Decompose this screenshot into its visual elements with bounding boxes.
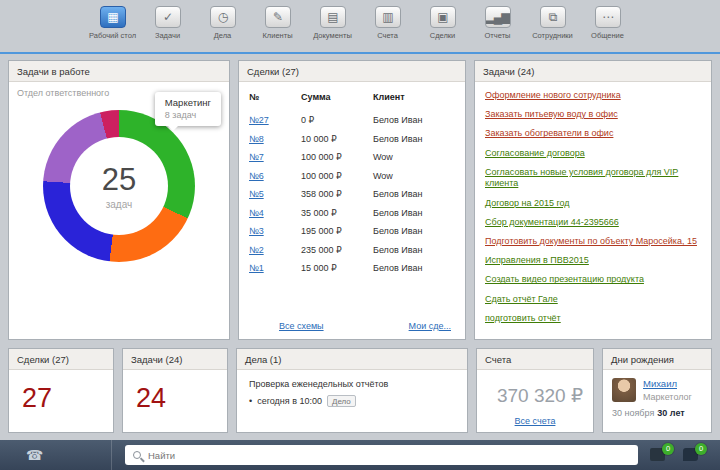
panel-title: Сделки (27) — [9, 349, 113, 370]
panel-title: Дела (1) — [237, 349, 467, 370]
birthday-age: 30 лет — [657, 408, 684, 418]
toolbar-item-affairs[interactable]: ◷ Дела — [197, 6, 249, 40]
birthday-date: 30 ноября — [612, 408, 654, 418]
deals-count-value: 27 — [9, 370, 113, 414]
deal-row: №27 0 ₽ Белов Иван — [249, 111, 455, 130]
panel-affairs: Дела (1) Проверка еженедельных отчётов с… — [236, 348, 468, 433]
phone-button[interactable]: ☎ — [0, 440, 112, 470]
invoices-total: 370 320 ₽ — [487, 384, 583, 407]
toolbar-item-employees[interactable]: ⧉ Сотрудники — [527, 6, 579, 40]
task-link[interactable]: Создать видео презентацию продукта — [485, 274, 701, 286]
tooltip-value: 8 задач — [165, 110, 211, 120]
invoices-icon: ▥ — [375, 6, 401, 28]
deal-sum: 100 000 ₽ — [301, 167, 373, 186]
search-input[interactable] — [148, 450, 630, 461]
search-box[interactable] — [125, 445, 638, 465]
task-link[interactable]: Сбор документации 44-2395666 — [485, 217, 701, 229]
task-link[interactable]: Заказать питьевую воду в офис — [485, 109, 701, 121]
deal-number-link[interactable]: №5 — [249, 189, 264, 199]
task-link[interactable]: подготовить отчёт — [485, 313, 701, 325]
task-link[interactable]: Оформление нового сотрудника — [485, 90, 701, 102]
donut-center: 25 задач — [70, 137, 168, 235]
deal-number-link[interactable]: №2 — [249, 245, 264, 255]
deal-client: Белов Иван — [373, 259, 455, 278]
deal-row: №2 235 000 ₽ Белов Иван — [249, 241, 455, 260]
panel-invoices: Счета 370 320 ₽ Все счета — [476, 348, 594, 433]
deal-client: Wow — [373, 148, 455, 167]
deal-number-link[interactable]: №4 — [249, 208, 264, 218]
panel-deals-table: Сделки (27) № Сумма Клиент № — [238, 60, 466, 340]
chart-subtitle: Отдел ответственного — [17, 88, 109, 98]
all-schemes-link[interactable]: Все схемы — [279, 321, 324, 331]
top-toolbar: ▦ Рабочий стол ✓ Задачи ◷ Дела ✎ Клиенты… — [0, 0, 720, 54]
toolbar-item-deals[interactable]: ▣ Сделки — [417, 6, 469, 40]
deal-sum: 15 000 ₽ — [301, 259, 373, 278]
deal-number-link[interactable]: №7 — [249, 152, 264, 162]
deal-number-link[interactable]: №8 — [249, 134, 264, 144]
panel-title: Сделки (27) — [239, 61, 465, 82]
birthday-person-role: Маркетолог — [643, 392, 692, 402]
donut-total-label: задач — [106, 199, 133, 210]
briefcase-icon: ▣ — [430, 6, 456, 28]
donut-total-value: 25 — [102, 162, 136, 198]
panel-title: Счета — [477, 349, 593, 370]
deal-client: Белов Иван — [373, 222, 455, 241]
deal-client: Белов Иван — [373, 111, 455, 130]
birthday-person-link[interactable]: Михаил — [643, 378, 677, 389]
panel-tasks-list: Задачи (24) Оформление нового сотрудника… — [474, 60, 712, 340]
toolbar-item-label: Задачи — [155, 31, 180, 40]
column-header-client: Клиент — [373, 88, 455, 111]
panel-deals-count: Сделки (27) 27 — [8, 348, 114, 433]
deal-number-link[interactable]: №6 — [249, 171, 264, 181]
deal-number-link[interactable]: №27 — [249, 115, 269, 125]
deal-client: Белов Иван — [373, 204, 455, 223]
deal-row: №8 10 000 ₽ Белов Иван — [249, 130, 455, 149]
task-link[interactable]: Заказать обогреватели в офис — [485, 128, 701, 140]
clients-icon: ✎ — [265, 6, 291, 28]
panel-title: Задачи (24) — [123, 349, 227, 370]
chart-tooltip: Маркетинг 8 задач — [155, 92, 221, 126]
panel-title: Задачи (24) — [475, 61, 711, 82]
dashboard-icon: ▦ — [100, 6, 126, 28]
task-link[interactable]: Согласовать новые условия договора для V… — [485, 167, 701, 190]
task-link[interactable]: Договор на 2015 год — [485, 198, 701, 210]
affair-type-badge: Дело — [327, 395, 356, 407]
deal-number-link[interactable]: №3 — [249, 226, 264, 236]
toolbar-item-desktop[interactable]: ▦ Рабочий стол — [87, 6, 139, 40]
tasks-count-value: 24 — [123, 370, 227, 414]
donut-chart[interactable]: 25 задач — [43, 110, 195, 262]
dashboard-main: Задачи в работе Отдел ответственного 25 … — [0, 54, 720, 440]
deal-row: №5 358 000 ₽ Белов Иван — [249, 185, 455, 204]
affair-item-title[interactable]: Проверка еженедельных отчётов — [249, 379, 455, 389]
chat-button[interactable]: 0 — [683, 448, 700, 462]
tasks-check-icon: ✓ — [155, 6, 181, 28]
panel-tasks-count: Задачи (24) 24 — [122, 348, 228, 433]
toolbar-item-label: Общение — [591, 31, 624, 40]
deal-number-link[interactable]: №1 — [249, 263, 264, 273]
task-link[interactable]: Подготовить документы по объекту Маросей… — [485, 236, 701, 248]
panel-title: Дни рождения — [603, 349, 711, 370]
toolbar-item-communication[interactable]: ⋯ Общение — [582, 6, 634, 40]
task-link[interactable]: Сдать отчёт Гале — [485, 294, 701, 306]
deal-row: №7 100 000 ₽ Wow — [249, 148, 455, 167]
task-link[interactable]: Согласование договора — [485, 148, 701, 160]
bottom-bar: ☎ 0 0 — [0, 440, 720, 470]
toolbar-item-tasks[interactable]: ✓ Задачи — [142, 6, 194, 40]
all-invoices-link[interactable]: Все счета — [515, 416, 556, 426]
toolbar-item-clients[interactable]: ✎ Клиенты — [252, 6, 304, 40]
contacts-count-badge: 0 — [662, 443, 674, 455]
deal-row: №6 100 000 ₽ Wow — [249, 167, 455, 186]
toolbar-item-label: Рабочий стол — [89, 31, 136, 40]
search-icon — [133, 451, 141, 459]
toolbar-item-documents[interactable]: ▤ Документы — [307, 6, 359, 40]
affair-time: сегодня в 10:00 — [257, 396, 322, 406]
deal-client: Белов Иван — [373, 185, 455, 204]
phone-icon: ☎ — [26, 447, 43, 463]
chat-count-badge: 0 — [695, 443, 707, 455]
my-deals-link[interactable]: Мои сде... — [409, 321, 451, 331]
contacts-button[interactable]: 0 — [650, 448, 667, 462]
task-link[interactable]: Исправления в ПВВ2015 — [485, 255, 701, 267]
toolbar-item-reports[interactable]: ▂▄▆ Отчеты — [472, 6, 524, 40]
toolbar-item-invoices[interactable]: ▥ Счета — [362, 6, 414, 40]
deal-row: №1 15 000 ₽ Белов Иван — [249, 259, 455, 278]
